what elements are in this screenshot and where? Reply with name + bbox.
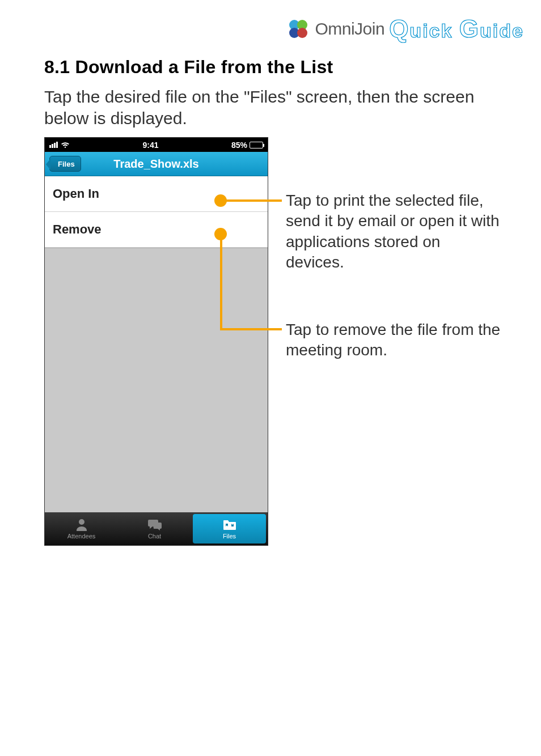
- phone-screenshot: 9:41 85% Files Trade_Show.xls Open In Re…: [44, 137, 268, 546]
- back-button[interactable]: Files: [49, 156, 81, 172]
- callout-dot-icon: [214, 194, 227, 207]
- section-intro: Tap the desired file on the "Files" scre…: [44, 86, 498, 129]
- quick-guide-label: Quick Guide: [389, 15, 524, 43]
- remove-label: Remove: [53, 222, 102, 237]
- document-header: OmniJoin Quick Guide: [286, 15, 524, 43]
- tab-bar: Attendees Chat Files: [45, 512, 268, 545]
- open-in-label: Open In: [53, 186, 99, 201]
- signal-icon: [49, 142, 58, 148]
- nav-title: Trade_Show.xls: [113, 158, 198, 171]
- chat-icon: [147, 518, 162, 532]
- callout-line: [220, 234, 222, 330]
- callout-remove: Tap to remove the file from the meeting …: [286, 320, 501, 361]
- back-button-label: Files: [58, 160, 75, 168]
- status-bar: 9:41 85%: [45, 138, 268, 152]
- tab-chat[interactable]: Chat: [118, 512, 191, 545]
- section-title: 8.1 Download a File from the List: [44, 57, 333, 78]
- file-action-list: Open In Remove: [45, 176, 268, 248]
- omnijoin-logo-icon: [286, 17, 310, 41]
- remove-row[interactable]: Remove: [45, 212, 268, 248]
- tab-chat-label: Chat: [148, 533, 161, 540]
- callout-line: [226, 199, 282, 202]
- callout-line: [220, 328, 282, 330]
- wifi-icon: [61, 142, 70, 148]
- status-time: 9:41: [142, 141, 158, 150]
- callout-open-in: Tap to print the selected file, send it …: [286, 190, 501, 273]
- tab-files[interactable]: Files: [193, 514, 266, 543]
- status-battery-pct: 85%: [231, 141, 247, 150]
- tab-files-label: Files: [223, 533, 236, 540]
- attendees-icon: [74, 518, 89, 532]
- brand-name: OmniJoin: [315, 19, 384, 39]
- nav-bar: Files Trade_Show.xls: [45, 152, 268, 176]
- battery-icon: [250, 142, 263, 148]
- open-in-row[interactable]: Open In: [45, 176, 268, 212]
- tab-attendees[interactable]: Attendees: [45, 512, 118, 545]
- svg-point-3: [297, 28, 307, 38]
- tab-attendees-label: Attendees: [67, 533, 96, 540]
- files-icon: [222, 518, 237, 532]
